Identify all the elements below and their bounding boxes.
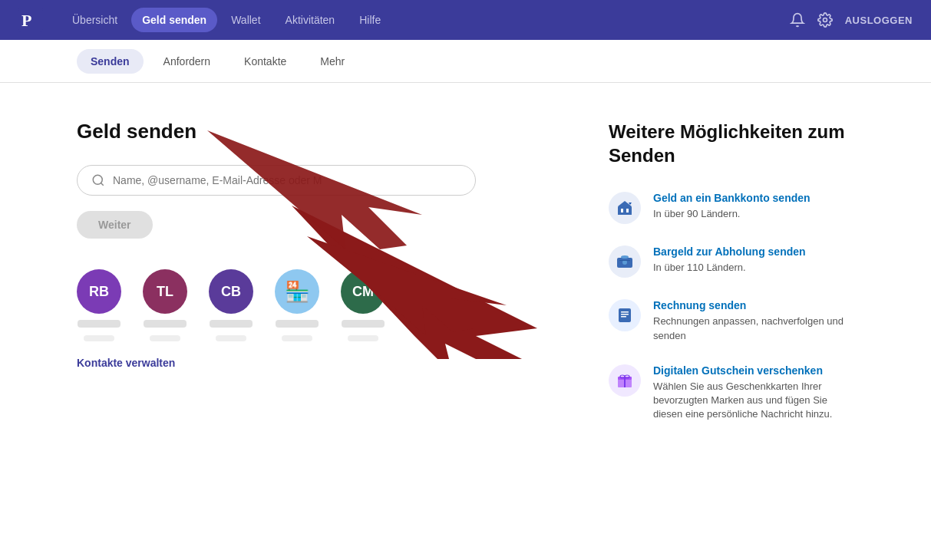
option-gift-desc: Wählen Sie aus Geschenkkarten Ihrer bevo… bbox=[653, 380, 854, 422]
gift-icon bbox=[609, 364, 641, 397]
svg-line-4 bbox=[101, 183, 103, 185]
nav-links: Übersicht Geld senden Wallet Aktivitäten… bbox=[61, 8, 790, 32]
option-bank-desc: In über 90 Ländern. bbox=[653, 207, 854, 221]
avatar-cm: CM bbox=[341, 269, 385, 314]
nav-geld-senden[interactable]: Geld senden bbox=[131, 8, 217, 32]
search-box[interactable] bbox=[77, 165, 476, 196]
search-icon bbox=[91, 173, 105, 187]
option-cash: Bargeld zur Abholung senden In über 110 … bbox=[609, 245, 854, 278]
cash-icon bbox=[609, 245, 641, 278]
option-gift-heading[interactable]: Digitalen Gutschein verschenken bbox=[653, 364, 854, 377]
avatar-name2-rb bbox=[84, 335, 114, 341]
bell-icon bbox=[790, 12, 805, 28]
option-invoice: Rechnung senden Rechnungen anpassen, nac… bbox=[609, 299, 854, 342]
invoice-icon bbox=[609, 299, 641, 331]
bank-icon bbox=[609, 192, 641, 224]
svg-rect-20 bbox=[621, 316, 626, 318]
option-invoice-heading[interactable]: Rechnung senden bbox=[653, 299, 854, 311]
option-gift: Digitalen Gutschein verschenken Wählen S… bbox=[609, 364, 854, 422]
right-title: Weitere Möglichkeiten zum Senden bbox=[609, 120, 854, 167]
navbar: P Übersicht Geld senden Wallet Aktivität… bbox=[0, 0, 931, 40]
search-input[interactable] bbox=[113, 174, 461, 186]
subtab-anfordern[interactable]: Anfordern bbox=[150, 49, 224, 74]
svg-rect-9 bbox=[621, 209, 623, 212]
avatar-name-cb bbox=[210, 320, 253, 328]
left-panel: Geld senden Weiter RB bbox=[77, 83, 547, 560]
geld-senden-title: Geld senden bbox=[77, 120, 547, 143]
option-bank-heading[interactable]: Geld an ein Bankkonto senden bbox=[653, 192, 854, 204]
logout-button[interactable]: AUSLOGGEN bbox=[845, 15, 913, 26]
nav-hilfe[interactable]: Hilfe bbox=[348, 8, 391, 32]
contact-cm[interactable]: CM bbox=[341, 269, 385, 341]
svg-text:P: P bbox=[21, 11, 31, 30]
option-cash-desc: In über 110 Ländern. bbox=[653, 261, 854, 275]
svg-point-2 bbox=[823, 18, 827, 22]
svg-point-16 bbox=[621, 255, 629, 259]
avatar-name2-store bbox=[282, 335, 312, 341]
avatar-cb: CB bbox=[209, 269, 253, 314]
svg-rect-7 bbox=[618, 206, 632, 214]
subtab-mehr[interactable]: Mehr bbox=[306, 49, 358, 74]
nav-right: AUSLOGGEN bbox=[790, 12, 913, 28]
avatar-name-store bbox=[276, 320, 319, 328]
weiter-button[interactable]: Weiter bbox=[77, 211, 153, 239]
contact-tl[interactable]: TL bbox=[143, 269, 187, 341]
avatar-name2-cm bbox=[348, 335, 378, 341]
avatar-name2-cb bbox=[216, 335, 246, 341]
notification-bell-button[interactable] bbox=[790, 12, 805, 28]
nav-wallet[interactable]: Wallet bbox=[220, 8, 271, 32]
avatar-name-rb bbox=[78, 320, 121, 328]
svg-rect-11 bbox=[618, 213, 632, 215]
gear-icon bbox=[817, 12, 833, 28]
contact-cb[interactable]: CB bbox=[209, 269, 253, 341]
option-bank-text: Geld an ein Bankkonto senden In über 90 … bbox=[653, 192, 854, 221]
svg-rect-19 bbox=[621, 314, 629, 315]
avatar-rb: RB bbox=[77, 269, 121, 314]
svg-rect-18 bbox=[621, 311, 629, 313]
avatar-name-tl bbox=[144, 320, 187, 328]
kontakte-verwalten-link[interactable]: Kontakte verwalten bbox=[77, 357, 547, 369]
contact-rb[interactable]: RB bbox=[77, 269, 121, 341]
nav-aktivitaten[interactable]: Aktivitäten bbox=[275, 8, 346, 32]
option-invoice-desc: Rechnungen anpassen, nachverfolgen und s… bbox=[653, 315, 854, 342]
right-panel: Weitere Möglichkeiten zum Senden Geld an… bbox=[609, 83, 854, 560]
settings-gear-button[interactable] bbox=[817, 12, 833, 28]
svg-rect-10 bbox=[626, 209, 629, 212]
svg-rect-17 bbox=[619, 308, 631, 322]
subtab-senden[interactable]: Senden bbox=[77, 49, 144, 74]
subtab-kontakte[interactable]: Kontakte bbox=[230, 49, 300, 74]
svg-point-3 bbox=[93, 175, 102, 184]
option-cash-text: Bargeld zur Abholung senden In über 110 … bbox=[653, 245, 854, 275]
avatar-store: 🏪 bbox=[275, 269, 319, 314]
main-content: Geld senden Weiter RB bbox=[0, 83, 931, 560]
option-gift-text: Digitalen Gutschein verschenken Wählen S… bbox=[653, 364, 854, 422]
avatar-tl: TL bbox=[143, 269, 187, 314]
option-invoice-text: Rechnung senden Rechnungen anpassen, nac… bbox=[653, 299, 854, 342]
subtabs-bar: Senden Anfordern Kontakte Mehr bbox=[0, 40, 931, 83]
nav-ubersicht[interactable]: Übersicht bbox=[61, 8, 128, 32]
paypal-logo[interactable]: P bbox=[18, 8, 43, 32]
option-cash-heading[interactable]: Bargeld zur Abholung senden bbox=[653, 245, 854, 258]
contacts-row: RB TL CB bbox=[77, 269, 547, 341]
avatar-name-cm bbox=[342, 320, 385, 328]
contact-store[interactable]: 🏪 bbox=[275, 269, 319, 341]
avatar-name2-tl bbox=[150, 335, 180, 341]
option-bank: Geld an ein Bankkonto senden In über 90 … bbox=[609, 192, 854, 224]
svg-rect-15 bbox=[619, 260, 630, 261]
